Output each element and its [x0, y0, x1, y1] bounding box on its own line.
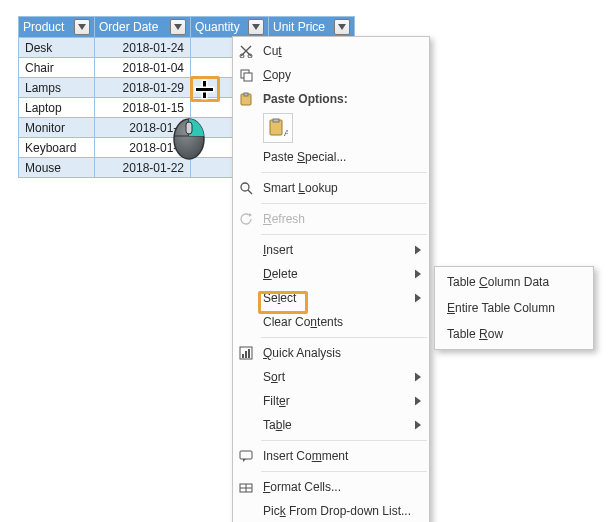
- menu-label: Insert Comment: [263, 449, 348, 463]
- cell-date[interactable]: 2018-01-1: [95, 118, 191, 138]
- svg-marker-0: [78, 24, 86, 30]
- menu-smart-lookup[interactable]: Smart Lookup: [233, 176, 429, 200]
- menu-label: Smart Lookup: [263, 181, 338, 195]
- filter-icon[interactable]: [248, 19, 264, 35]
- submenu-arrow-icon: [415, 373, 421, 382]
- svg-rect-23: [245, 351, 247, 358]
- menu-pick-from-list[interactable]: Pick From Drop-down List...: [233, 499, 429, 522]
- refresh-icon: [238, 211, 254, 227]
- cell-date[interactable]: 2018-01-29: [95, 78, 191, 98]
- menu-label: Table: [263, 418, 292, 432]
- menu-label: Copy: [263, 68, 291, 82]
- submenu-table-row[interactable]: Table Row: [435, 321, 593, 347]
- menu-label: Cut: [263, 44, 282, 58]
- svg-point-15: [241, 183, 249, 191]
- select-submenu[interactable]: Table Column Data Entire Table Column Ta…: [434, 266, 594, 350]
- submenu-arrow-icon: [415, 246, 421, 255]
- separator: [261, 172, 427, 173]
- menu-insert-comment[interactable]: Insert Comment: [233, 444, 429, 468]
- menu-clear-contents[interactable]: Clear Contents: [233, 310, 429, 334]
- header-label: Unit Price: [273, 20, 325, 34]
- separator: [261, 234, 427, 235]
- separator: [261, 471, 427, 472]
- svg-marker-27: [415, 421, 421, 430]
- menu-select[interactable]: Select: [233, 286, 429, 310]
- cell-date[interactable]: 2018-01-1: [95, 138, 191, 158]
- filter-icon[interactable]: [334, 19, 350, 35]
- filter-icon[interactable]: [74, 19, 90, 35]
- submenu-arrow-icon: [415, 294, 421, 303]
- menu-table[interactable]: Table: [233, 413, 429, 437]
- submenu-entire-table-column[interactable]: Entire Table Column: [435, 295, 593, 321]
- svg-marker-19: [415, 270, 421, 279]
- svg-rect-28: [240, 451, 252, 459]
- svg-marker-17: [249, 213, 252, 217]
- menu-paste-special[interactable]: Paste Special...: [233, 145, 429, 169]
- cell-product[interactable]: Mouse: [19, 158, 95, 178]
- svg-marker-26: [415, 397, 421, 406]
- svg-marker-20: [415, 294, 421, 303]
- cell-product[interactable]: Keyboard: [19, 138, 95, 158]
- paste-option-keep-formatting[interactable]: A: [263, 113, 293, 143]
- menu-label: Paste Options:: [263, 92, 348, 106]
- submenu-arrow-icon: [415, 421, 421, 430]
- quick-analysis-icon: [238, 345, 254, 361]
- cell-product[interactable]: Laptop: [19, 98, 95, 118]
- cell-product[interactable]: Chair: [19, 58, 95, 78]
- copy-icon: [238, 67, 254, 83]
- search-icon: [238, 180, 254, 196]
- cell-date[interactable]: 2018-01-22: [95, 158, 191, 178]
- menu-format-cells[interactable]: Format Cells...: [233, 475, 429, 499]
- menu-sort[interactable]: Sort: [233, 365, 429, 389]
- separator: [261, 203, 427, 204]
- menu-label: Quick Analysis: [263, 346, 341, 360]
- filter-icon[interactable]: [170, 19, 186, 35]
- cell-date[interactable]: 2018-01-04: [95, 58, 191, 78]
- cell-product[interactable]: Desk: [19, 38, 95, 58]
- svg-marker-25: [415, 373, 421, 382]
- menu-insert[interactable]: Insert: [233, 238, 429, 262]
- menu-refresh: Refresh: [233, 207, 429, 231]
- menu-label: Refresh: [263, 212, 305, 226]
- format-cells-icon: [238, 479, 254, 495]
- header-quantity[interactable]: Quantity: [191, 17, 269, 38]
- menu-label: Format Cells...: [263, 480, 341, 494]
- cell-product[interactable]: Lamps: [19, 78, 95, 98]
- context-menu[interactable]: Cut Copy Paste Options: A Paste Special.…: [232, 36, 430, 522]
- menu-label: Pick From Drop-down List...: [263, 504, 411, 518]
- menu-label: Table Column Data: [447, 275, 549, 289]
- separator: [261, 440, 427, 441]
- header-label: Order Date: [99, 20, 158, 34]
- separator: [261, 337, 427, 338]
- comment-icon: [238, 448, 254, 464]
- menu-label: Select: [263, 291, 296, 305]
- submenu-arrow-icon: [415, 397, 421, 406]
- header-label: Product: [23, 20, 64, 34]
- svg-marker-1: [174, 24, 182, 30]
- cell-product[interactable]: Monitor: [19, 118, 95, 138]
- svg-text:A: A: [284, 128, 288, 138]
- svg-marker-18: [415, 246, 421, 255]
- menu-quick-analysis[interactable]: Quick Analysis: [233, 341, 429, 365]
- submenu-table-column-data[interactable]: Table Column Data: [435, 269, 593, 295]
- menu-cut[interactable]: Cut: [233, 39, 429, 63]
- menu-copy[interactable]: Copy: [233, 63, 429, 87]
- menu-paste-options: Paste Options:: [233, 87, 429, 111]
- cell-date[interactable]: 2018-01-15: [95, 98, 191, 118]
- cell-date[interactable]: 2018-01-24: [95, 38, 191, 58]
- submenu-arrow-icon: [415, 270, 421, 279]
- menu-label: Paste Special...: [263, 150, 346, 164]
- menu-filter[interactable]: Filter: [233, 389, 429, 413]
- menu-delete[interactable]: Delete: [233, 262, 429, 286]
- header-label: Quantity: [195, 20, 240, 34]
- svg-rect-9: [244, 73, 252, 81]
- svg-rect-22: [242, 354, 244, 358]
- header-order-date[interactable]: Order Date: [95, 17, 191, 38]
- svg-rect-24: [248, 349, 250, 358]
- menu-label: Table Row: [447, 327, 503, 341]
- header-product[interactable]: Product: [19, 17, 95, 38]
- header-unit-price[interactable]: Unit Price: [269, 17, 355, 38]
- svg-marker-2: [252, 24, 260, 30]
- paste-icon: [238, 91, 254, 107]
- svg-rect-13: [273, 119, 279, 122]
